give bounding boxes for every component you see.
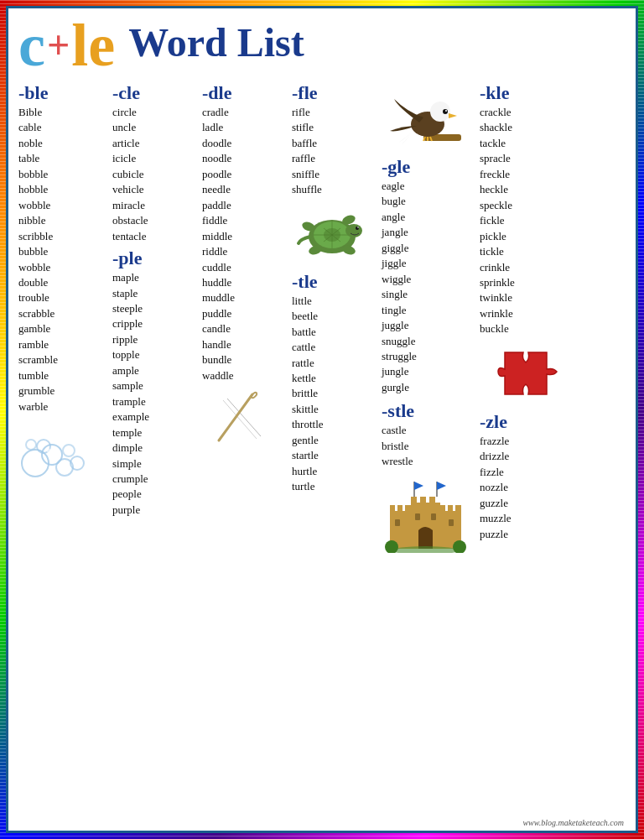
svg-point-4 — [63, 445, 75, 456]
bubbles-image — [18, 421, 111, 483]
needle-svg — [202, 390, 278, 445]
section-tle: -tle little beetle battle cattle rattle … — [292, 271, 380, 495]
list-item: needle — [202, 182, 290, 197]
list-item: people — [112, 487, 200, 502]
list-item: shackle — [480, 120, 580, 135]
list-item: table — [18, 151, 111, 166]
left-columns: -ble Bible cable noble table bobble hobb… — [18, 82, 200, 556]
fle-word-list: rifle stifle baffle raffle sniffle shuff… — [292, 105, 380, 198]
section-ple: -ple maple staple steeple cripple ripple… — [112, 248, 200, 518]
list-item: throttle — [292, 417, 380, 432]
gle-header: -gle — [382, 156, 478, 178]
turtle-svg — [292, 201, 371, 264]
list-item: gurgle — [382, 380, 478, 395]
list-item: jangle — [382, 225, 478, 240]
svg-point-7 — [29, 456, 34, 461]
list-item: drizzle — [480, 449, 580, 464]
list-item: dimple — [112, 440, 200, 456]
list-item: brittle — [292, 386, 380, 401]
tle-word-list: little beetle battle cattle rattle kettl… — [292, 294, 380, 495]
ple-word-list: maple staple steeple cripple ripple topp… — [112, 270, 200, 518]
list-item: simple — [112, 456, 200, 472]
section-cle: -cle circle uncle article icicle cubicle… — [112, 82, 200, 244]
outer-frame: c + le Word List -ble Bible cable noble … — [0, 0, 644, 839]
svg-point-27 — [357, 227, 359, 228]
logo-le: le — [71, 15, 115, 76]
list-item: cable — [18, 120, 111, 135]
list-item: muddle — [202, 290, 290, 305]
list-item: rattle — [292, 356, 380, 371]
list-item: rifle — [292, 105, 380, 120]
list-item: grumble — [18, 383, 111, 399]
ble-word-list: Bible cable noble table bobble hobble wo… — [18, 105, 111, 414]
right-top: -gle eagle bugle angle jangle giggle jig… — [382, 82, 626, 556]
fle-header: -fle — [292, 82, 380, 104]
svg-point-13 — [251, 392, 257, 399]
stle-word-list: castle bristle wrestle — [382, 423, 478, 469]
svg-point-9 — [60, 461, 63, 465]
header: c + le Word List — [18, 15, 626, 76]
kle-header: -kle — [480, 82, 580, 104]
logo-plus: + — [47, 25, 70, 65]
tle-header: -tle — [292, 271, 380, 293]
list-item: guzzle — [480, 496, 580, 511]
list-item: wobble — [18, 260, 111, 275]
list-item: fizzle — [480, 465, 580, 480]
list-item: ample — [112, 363, 200, 378]
page-title: Word List — [128, 19, 304, 65]
needle-image — [202, 390, 290, 445]
list-item: huddle — [202, 275, 290, 290]
svg-rect-57 — [395, 519, 400, 526]
list-item: scrabble — [18, 306, 111, 321]
list-item: cripple — [112, 316, 200, 331]
stle-header: -stle — [382, 400, 478, 422]
list-item: nibble — [18, 213, 111, 228]
list-item: noodle — [202, 151, 290, 166]
col-cle-ple: -cle circle uncle article icicle cubicle… — [112, 82, 200, 556]
list-item: middle — [202, 229, 290, 244]
list-item: raffle — [292, 151, 380, 166]
svg-rect-53 — [455, 505, 461, 513]
section-gle: -gle eagle bugle angle jangle giggle jig… — [382, 82, 478, 556]
svg-point-5 — [26, 440, 36, 450]
cle-word-list: circle uncle article icicle cubicle vehi… — [112, 105, 200, 244]
list-item: paddle — [202, 198, 290, 213]
list-item: hurtle — [292, 464, 380, 479]
list-item: doodle — [202, 136, 290, 151]
eagle-svg — [382, 82, 465, 149]
list-item: fickle — [480, 213, 580, 228]
svg-rect-52 — [448, 505, 453, 513]
footer: www.blog.maketaketeach.com — [522, 818, 624, 827]
list-item: scramble — [18, 352, 111, 367]
zle-header: -zle — [480, 411, 580, 433]
list-item: fiddle — [202, 213, 290, 228]
footer-url: www.blog.maketaketeach.com — [522, 818, 624, 827]
section-zle: -zle frazzle drizzle fizzle nozzle guzzl… — [480, 411, 580, 542]
list-item: skittle — [292, 402, 380, 417]
dle-word-list: cradle ladle doodle noodle poodle needle… — [202, 105, 290, 383]
ble-header: -ble — [18, 82, 111, 104]
list-item: castle — [382, 423, 478, 438]
list-item: ripple — [112, 332, 200, 347]
list-item: temple — [112, 425, 200, 440]
list-item: sample — [112, 378, 200, 393]
list-item: struggle — [382, 349, 478, 364]
list-item: gamble — [18, 321, 111, 336]
list-item: wiggle — [382, 272, 478, 287]
svg-marker-43 — [414, 482, 423, 490]
svg-point-36 — [445, 110, 447, 112]
section-fle: -fle rifle stifle baffle raffle sniffle … — [292, 82, 380, 198]
list-item: steeple — [112, 301, 200, 316]
list-item: candle — [202, 321, 290, 336]
list-item: cradle — [202, 105, 290, 120]
svg-rect-58 — [449, 519, 454, 526]
list-item: double — [18, 275, 111, 290]
list-item: nozzle — [480, 480, 580, 495]
list-item: baffle — [292, 136, 380, 151]
kle-word-list: crackle shackle tackle spracle freckle h… — [480, 105, 580, 337]
list-item: twinkle — [480, 290, 580, 305]
list-item: bundle — [202, 352, 290, 367]
list-item: uncle — [112, 120, 200, 135]
logo: c + le — [18, 15, 115, 76]
svg-rect-47 — [390, 505, 395, 513]
